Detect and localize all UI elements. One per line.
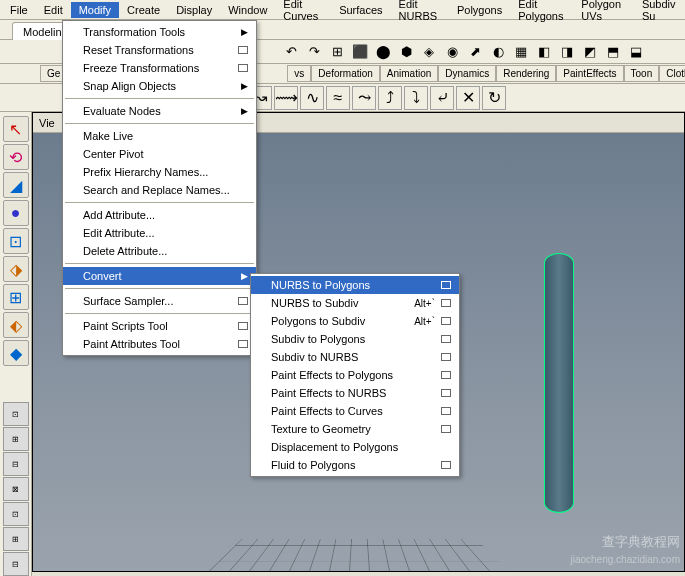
option-box-icon[interactable] — [441, 389, 451, 397]
menu-item-make-live[interactable]: Make Live — [63, 127, 256, 145]
toolbar-icon[interactable]: ↷ — [303, 42, 325, 62]
curve-tool-icon[interactable]: ⤴ — [378, 86, 402, 110]
option-box-icon[interactable] — [441, 335, 451, 343]
submenu-item-paint-effects-to-curves[interactable]: Paint Effects to Curves — [251, 402, 459, 420]
menu-item-transformation-tools[interactable]: Transformation Tools▶ — [63, 23, 256, 41]
toolbar-icon[interactable]: ⬛ — [349, 42, 371, 62]
menu-item-paint-scripts-tool[interactable]: Paint Scripts Tool — [63, 317, 256, 335]
menu-item-delete-attribute-[interactable]: Delete Attribute... — [63, 242, 256, 260]
option-box-icon[interactable] — [238, 46, 248, 54]
option-box-icon[interactable] — [238, 322, 248, 330]
toolbar-icon[interactable]: ⬤ — [372, 42, 394, 62]
menu-polygons[interactable]: Polygons — [449, 2, 510, 18]
toolbar-icon[interactable]: ⬒ — [602, 42, 624, 62]
toolbar-icon[interactable]: ⊞ — [326, 42, 348, 62]
curve-tool-icon[interactable]: ↻ — [482, 86, 506, 110]
menu-file[interactable]: File — [2, 2, 36, 18]
menu-subdiv-su[interactable]: Subdiv Su — [634, 0, 685, 24]
menu-item-add-attribute-[interactable]: Add Attribute... — [63, 206, 256, 224]
submenu-item-texture-to-geometry[interactable]: Texture to Geometry — [251, 420, 459, 438]
toolbar-icon[interactable]: ◐ — [487, 42, 509, 62]
submenu-item-paint-effects-to-nurbs[interactable]: Paint Effects to NURBS — [251, 384, 459, 402]
menu-edit-curves[interactable]: Edit Curves — [275, 0, 331, 24]
menu-item-reset-transformations[interactable]: Reset Transformations — [63, 41, 256, 59]
shelf-tab-dynamics[interactable]: Dynamics — [438, 65, 496, 82]
curve-tool-icon[interactable]: ✕ — [456, 86, 480, 110]
menu-surfaces[interactable]: Surfaces — [331, 2, 390, 18]
tool-button[interactable]: ⊡ — [3, 228, 29, 254]
menu-item-freeze-transformations[interactable]: Freeze Transformations — [63, 59, 256, 77]
menu-item-paint-attributes-tool[interactable]: Paint Attributes Tool — [63, 335, 256, 353]
menu-item-evaluate-nodes[interactable]: Evaluate Nodes▶ — [63, 102, 256, 120]
toolbar-icon[interactable]: ◉ — [441, 42, 463, 62]
menu-item-center-pivot[interactable]: Center Pivot — [63, 145, 256, 163]
layout-button[interactable]: ⊞ — [3, 527, 29, 551]
layout-button[interactable]: ⊟ — [3, 452, 29, 476]
layout-button[interactable]: ⊟ — [3, 552, 29, 576]
option-box-icon[interactable] — [441, 425, 451, 433]
tool-button[interactable]: ⊞ — [3, 284, 29, 310]
curve-tool-icon[interactable]: ⤵ — [404, 86, 428, 110]
menu-item-prefix-hierarchy-names-[interactable]: Prefix Hierarchy Names... — [63, 163, 256, 181]
submenu-item-subdiv-to-polygons[interactable]: Subdiv to Polygons — [251, 330, 459, 348]
submenu-item-fluid-to-polygons[interactable]: Fluid to Polygons — [251, 456, 459, 474]
menu-create[interactable]: Create — [119, 2, 168, 18]
toolbar-icon[interactable]: ⬓ — [625, 42, 647, 62]
submenu-item-polygons-to-subdiv[interactable]: Polygons to SubdivAlt+` — [251, 312, 459, 330]
toolbar-icon[interactable]: ◨ — [556, 42, 578, 62]
curve-tool-icon[interactable]: ∿ — [300, 86, 324, 110]
toolbar-icon[interactable]: ↶ — [280, 42, 302, 62]
submenu-item-nurbs-to-polygons[interactable]: NURBS to Polygons — [251, 276, 459, 294]
tool-button[interactable]: ⬗ — [3, 256, 29, 282]
menu-item-edit-attribute-[interactable]: Edit Attribute... — [63, 224, 256, 242]
layout-button[interactable]: ⊡ — [3, 402, 29, 426]
option-box-icon[interactable] — [441, 461, 451, 469]
option-box-icon[interactable] — [238, 64, 248, 72]
option-box-icon[interactable] — [441, 281, 451, 289]
submenu-item-paint-effects-to-polygons[interactable]: Paint Effects to Polygons — [251, 366, 459, 384]
curve-tool-icon[interactable]: ≈ — [326, 86, 350, 110]
tool-button[interactable]: ⬖ — [3, 312, 29, 338]
shelf-tab-rendering[interactable]: Rendering — [496, 65, 556, 82]
shelf-tab-toon[interactable]: Toon — [624, 65, 660, 82]
menu-modify[interactable]: Modify — [71, 2, 119, 18]
toolbar-icon[interactable]: ◈ — [418, 42, 440, 62]
submenu-item-nurbs-to-subdiv[interactable]: NURBS to SubdivAlt+` — [251, 294, 459, 312]
tool-button[interactable]: ● — [3, 200, 29, 226]
menu-window[interactable]: Window — [220, 2, 275, 18]
option-box-icon[interactable] — [441, 299, 451, 307]
toolbar-icon[interactable]: ◩ — [579, 42, 601, 62]
shelf-tab-cloth[interactable]: Cloth — [659, 65, 685, 82]
tool-button[interactable]: ◆ — [3, 340, 29, 366]
shelf-tab-animation[interactable]: Animation — [380, 65, 438, 82]
menu-polygon-uvs[interactable]: Polygon UVs — [573, 0, 634, 24]
tool-button[interactable]: ↖ — [3, 116, 29, 142]
submenu-item-displacement-to-polygons[interactable]: Displacement to Polygons — [251, 438, 459, 456]
curve-tool-icon[interactable]: ⤶ — [430, 86, 454, 110]
curve-tool-icon[interactable]: ⤳ — [352, 86, 376, 110]
layout-button[interactable]: ⊞ — [3, 427, 29, 451]
menu-item-surface-sampler-[interactable]: Surface Sampler... — [63, 292, 256, 310]
option-box-icon[interactable] — [238, 340, 248, 348]
layout-button[interactable]: ⊠ — [3, 477, 29, 501]
curve-tool-icon[interactable]: ⟿ — [274, 86, 298, 110]
menu-item-convert[interactable]: Convert▶ — [63, 267, 256, 285]
submenu-item-subdiv-to-nurbs[interactable]: Subdiv to NURBS — [251, 348, 459, 366]
menu-item-search-and-replace-names-[interactable]: Search and Replace Names... — [63, 181, 256, 199]
option-box-icon[interactable] — [441, 407, 451, 415]
option-box-icon[interactable] — [441, 317, 451, 325]
toolbar-icon[interactable]: ⬈ — [464, 42, 486, 62]
option-box-icon[interactable] — [441, 353, 451, 361]
option-box-icon[interactable] — [441, 371, 451, 379]
shelf-tab-painteffects[interactable]: PaintEffects — [556, 65, 623, 82]
layout-button[interactable]: ⊡ — [3, 502, 29, 526]
nurbs-cylinder[interactable] — [544, 253, 574, 513]
menu-display[interactable]: Display — [168, 2, 220, 18]
menu-item-snap-align-objects[interactable]: Snap Align Objects▶ — [63, 77, 256, 95]
menu-edit[interactable]: Edit — [36, 2, 71, 18]
toolbar-icon[interactable]: ◧ — [533, 42, 555, 62]
menu-edit-nurbs[interactable]: Edit NURBS — [391, 0, 449, 24]
tool-button[interactable]: ◢ — [3, 172, 29, 198]
toolbar-icon[interactable]: ▦ — [510, 42, 532, 62]
shelf-tab-vs[interactable]: vs — [287, 65, 311, 82]
